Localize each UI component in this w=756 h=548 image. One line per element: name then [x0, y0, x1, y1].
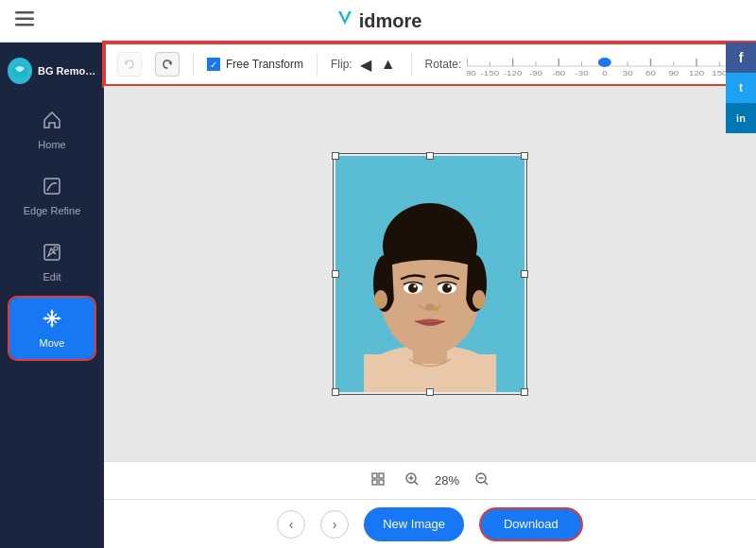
- new-image-button[interactable]: New Image: [364, 507, 464, 541]
- hamburger-icon[interactable]: [15, 11, 34, 31]
- handle-top-left[interactable]: [332, 152, 339, 160]
- rotate-area: Rotate: -180 -150 -120: [425, 51, 743, 77]
- move-icon: [42, 308, 62, 334]
- edit-icon: [42, 242, 62, 267]
- svg-text:-60: -60: [552, 69, 565, 77]
- facebook-share-button[interactable]: f: [726, 43, 756, 73]
- svg-point-57: [414, 284, 417, 287]
- svg-text:-30: -30: [576, 69, 589, 77]
- free-transform-label: Free Transform: [226, 58, 303, 71]
- ruler-svg: -180 -150 -120 -90 -60 -30: [467, 51, 743, 77]
- svg-line-75: [485, 482, 488, 485]
- facebook-icon: f: [739, 50, 744, 65]
- logo-text: idmore: [359, 10, 422, 32]
- twitter-share-button[interactable]: t: [726, 73, 756, 103]
- zoom-expand-button[interactable]: [367, 470, 389, 492]
- sidebar-item-home[interactable]: Home: [9, 99, 94, 161]
- toolbar-sep-3: [411, 53, 412, 76]
- svg-marker-11: [50, 324, 54, 328]
- svg-text:-180: -180: [467, 69, 476, 77]
- rotate-ruler[interactable]: -180 -150 -120 -90 -60 -30: [467, 51, 743, 77]
- top-bar: idmore: [0, 0, 756, 43]
- portrait-image: [335, 156, 524, 392]
- flip-vertical-button[interactable]: ▲: [379, 54, 398, 75]
- flip-area: Flip: ◀ ▲: [331, 54, 398, 76]
- flip-label: Flip:: [331, 58, 352, 71]
- svg-point-56: [442, 283, 452, 293]
- handle-middle-left[interactable]: [332, 270, 339, 278]
- bottom-status-bar: 28%: [104, 461, 756, 499]
- svg-text:-90: -90: [529, 69, 542, 77]
- svg-point-7: [54, 247, 58, 250]
- sidebar-item-move[interactable]: Move: [9, 298, 94, 359]
- social-bar: f t in: [726, 43, 756, 133]
- home-icon: [42, 110, 62, 135]
- twitter-icon: t: [739, 81, 743, 94]
- svg-point-58: [448, 284, 451, 287]
- svg-point-60: [435, 306, 439, 311]
- sidebar-app-name: BG Remover: [38, 65, 96, 77]
- svg-rect-65: [372, 473, 377, 478]
- svg-point-55: [408, 283, 418, 293]
- prev-button[interactable]: ‹: [277, 510, 305, 539]
- zoom-in-button[interactable]: [401, 470, 423, 492]
- logo: idmore: [335, 8, 422, 34]
- toolbar: Free Transform Flip: ◀ ▲ Rotate:: [104, 43, 756, 86]
- sidebar: BG Remover Home Edge Refine: [0, 43, 104, 548]
- svg-rect-66: [379, 473, 384, 478]
- svg-rect-68: [379, 480, 384, 485]
- zoom-out-button[interactable]: [471, 470, 493, 492]
- main-layout: BG Remover Home Edge Refine: [0, 43, 756, 548]
- handle-top-middle[interactable]: [426, 152, 434, 160]
- content-area: Free Transform Flip: ◀ ▲ Rotate:: [104, 43, 756, 548]
- toolbar-sep-2: [317, 53, 318, 76]
- sidebar-item-edge-refine[interactable]: Edge Refine: [9, 165, 94, 227]
- handle-top-right[interactable]: [521, 152, 528, 160]
- sidebar-item-edit[interactable]: Edit: [9, 231, 94, 293]
- image-container[interactable]: [335, 156, 524, 392]
- redo-button[interactable]: [155, 52, 180, 77]
- handle-bottom-middle[interactable]: [426, 388, 434, 396]
- svg-text:-150: -150: [481, 69, 500, 77]
- svg-rect-1: [15, 17, 34, 20]
- svg-text:-120: -120: [504, 69, 523, 77]
- next-icon: ›: [333, 517, 337, 532]
- download-button[interactable]: Download: [479, 507, 583, 541]
- canvas-area: [104, 86, 756, 461]
- sidebar-header: BG Remover: [0, 52, 104, 90]
- edge-refine-icon: [42, 176, 62, 201]
- next-button[interactable]: ›: [320, 510, 349, 539]
- linkedin-icon: in: [736, 112, 746, 124]
- sidebar-move-label: Move: [40, 337, 65, 349]
- svg-text:120: 120: [689, 69, 705, 77]
- sidebar-edge-refine-label: Edge Refine: [24, 205, 81, 216]
- sidebar-home-label: Home: [38, 139, 65, 150]
- linkedin-share-button[interactable]: in: [726, 103, 756, 133]
- svg-text:90: 90: [669, 69, 679, 77]
- svg-rect-0: [15, 11, 34, 14]
- svg-marker-13: [58, 317, 61, 320]
- undo-button[interactable]: [117, 52, 142, 77]
- footer-bar: ‹ › New Image Download: [104, 499, 756, 548]
- toolbar-sep-1: [193, 53, 194, 76]
- rotate-label: Rotate:: [425, 58, 462, 71]
- svg-line-72: [415, 482, 418, 485]
- svg-rect-67: [372, 480, 377, 485]
- free-transform-checkbox[interactable]: [207, 58, 220, 71]
- zoom-value: 28%: [435, 473, 459, 488]
- svg-text:60: 60: [645, 69, 656, 77]
- svg-point-43: [598, 58, 611, 67]
- free-transform-area: Free Transform: [207, 58, 303, 71]
- logo-v-icon: [335, 8, 355, 34]
- svg-marker-10: [50, 309, 54, 313]
- svg-rect-5: [44, 179, 60, 194]
- prev-icon: ‹: [289, 517, 294, 532]
- flip-horizontal-button[interactable]: ◀: [358, 54, 373, 76]
- svg-marker-3: [338, 11, 352, 25]
- sidebar-edit-label: Edit: [43, 271, 61, 283]
- handle-middle-right[interactable]: [521, 270, 528, 278]
- handle-bottom-left[interactable]: [332, 388, 339, 396]
- svg-text:30: 30: [623, 69, 633, 77]
- sidebar-logo-icon: [8, 58, 32, 84]
- handle-bottom-right[interactable]: [521, 388, 528, 396]
